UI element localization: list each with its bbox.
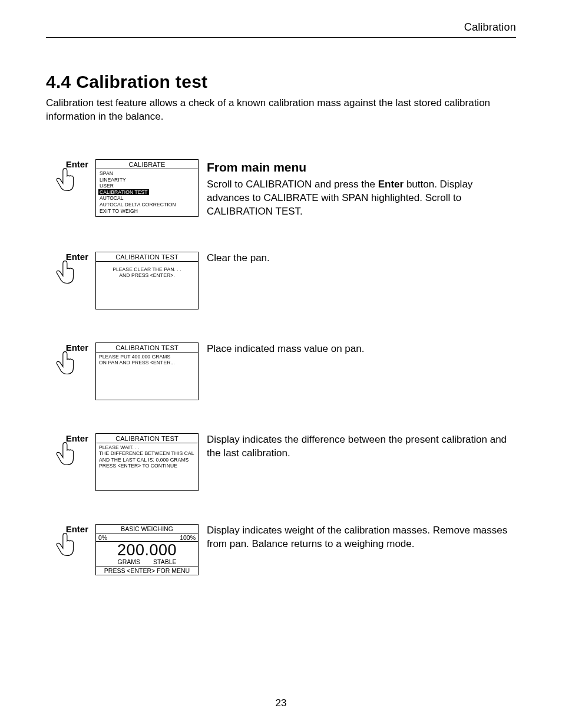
screen-body: PLEASE PUT 400.000 GRAMSON PAN AND PRESS… [96, 353, 198, 368]
menu-item: USER [99, 183, 195, 189]
menu-item: LINEARITY [99, 177, 195, 183]
status-label: STABLE [153, 558, 177, 565]
step-sub-title: From main menu [207, 159, 516, 176]
screen-title: CALIBRATION TEST [96, 434, 198, 443]
menu-item: CALIBRATION TEST [99, 189, 195, 196]
display-screen-weighing: BASIC WEIGHING 0% 100% 200.000 GRAMS STA… [95, 524, 199, 575]
step-row: Enter BASIC WEIGHING 0% 100% 200.000 GRA… [46, 524, 516, 575]
desc-pre: Scroll to CALIBRATION and press the [207, 179, 378, 190]
pct-high: 100% [180, 533, 196, 541]
screen-line: PLEASE CLEAR THE PAN. . . [99, 266, 195, 272]
menu-item: SPAN [99, 170, 195, 177]
step-row: Enter CALIBRATE SPANLINEARITYUSERCALIBRA… [46, 159, 516, 219]
step-description: From main menu Scroll to CALIBRATION and… [207, 159, 516, 219]
screen-menu: SPANLINEARITYUSERCALIBRATION TESTAUTOCAL… [96, 169, 198, 216]
display-screen-caltest: CALIBRATION TEST PLEASE PUT 400.000 GRAM… [95, 342, 199, 400]
enter-column: Enter [46, 342, 87, 376]
screen-line: ON PAN AND PRESS <ENTER... [99, 360, 195, 365]
enter-column: Enter [46, 252, 87, 285]
enter-column: Enter [46, 433, 87, 467]
step-row: Enter CALIBRATION TEST PLEASE WAIT. . .T… [46, 433, 516, 491]
step-description: Display indicates the difference between… [207, 433, 516, 460]
screen-title: CALIBRATE [96, 160, 198, 169]
screen-body: PLEASE WAIT. . .THE DIFFERENCE BETWEEN T… [96, 443, 198, 471]
weigh-head: BASIC WEIGHING [96, 525, 198, 533]
section-intro: Calibration test feature allows a check … [46, 97, 516, 124]
enter-column: Enter [46, 159, 87, 193]
weigh-foot: PRESS <ENTER> FOR MENU [96, 566, 198, 575]
step-description: Place indicated mass value on pan. [207, 342, 516, 356]
hand-press-icon [54, 532, 80, 558]
enter-column: Enter [46, 524, 87, 558]
step-row: Enter CALIBRATION TEST PLEASE CLEAR THE … [46, 252, 516, 309]
hand-press-icon [54, 441, 80, 467]
unit-label: GRAMS [117, 558, 140, 565]
unit-row: GRAMS STABLE [96, 558, 198, 566]
desc-bold: Enter [378, 179, 404, 190]
percent-row: 0% 100% [96, 533, 198, 542]
step-description: Display indicates weight of the calibrat… [207, 524, 516, 551]
menu-item: EXIT TO WEIGH [99, 208, 195, 215]
screen-line: THE DIFFERENCE BETWEEN THIS CAL [99, 450, 195, 456]
menu-item: AUTOCAL [99, 195, 195, 202]
hand-press-icon [54, 350, 80, 376]
screen-line: PLEASE WAIT. . . [99, 444, 195, 450]
section-title: 4.4 Calibration test [46, 72, 516, 92]
screen-line: AND THE LAST CAL IS: 0.000 GRAMS [99, 457, 195, 463]
weight-value: 200.000 [96, 542, 198, 558]
screen-line: AND PRESS <ENTER>. [99, 272, 195, 278]
display-screen-caltest: CALIBRATION TEST PLEASE CLEAR THE PAN. .… [95, 252, 199, 309]
hand-press-icon [54, 259, 80, 285]
menu-item: AUTOCAL DELTA CORRECTION [99, 202, 195, 208]
step-description: Clear the pan. [207, 252, 516, 265]
hand-press-icon [54, 167, 80, 193]
header-chapter: Calibration [46, 21, 516, 38]
pct-low: 0% [98, 533, 107, 541]
display-screen-calibrate: CALIBRATE SPANLINEARITYUSERCALIBRATION T… [95, 159, 199, 217]
screen-line: PRESS <ENTER> TO CONTINUE [99, 463, 195, 469]
screen-title: CALIBRATION TEST [96, 252, 198, 262]
screen-body: PLEASE CLEAR THE PAN. . .AND PRESS <ENTE… [96, 262, 198, 281]
page-number: 23 [0, 697, 562, 709]
screen-line: PLEASE PUT 400.000 GRAMS [99, 354, 195, 360]
step-row: Enter CALIBRATION TEST PLEASE PUT 400.00… [46, 342, 516, 400]
display-screen-caltest: CALIBRATION TEST PLEASE WAIT. . .THE DIF… [95, 433, 199, 491]
screen-title: CALIBRATION TEST [96, 343, 198, 353]
